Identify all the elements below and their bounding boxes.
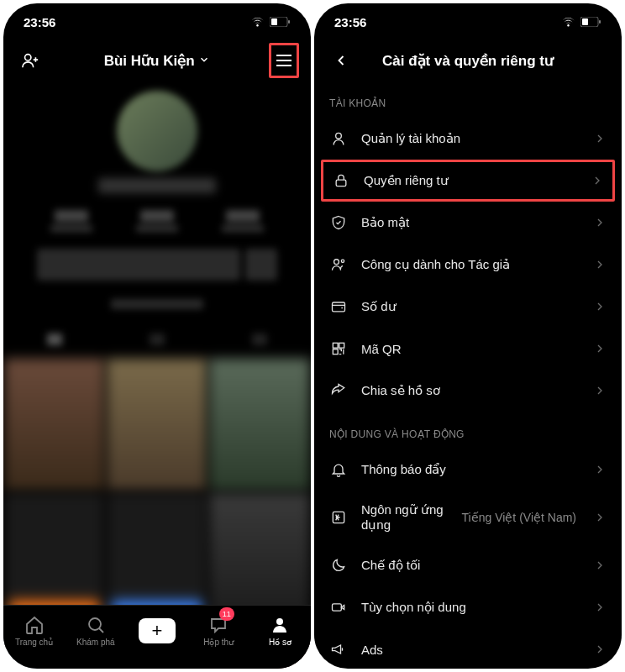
svg-rect-13 <box>333 302 345 312</box>
chevron-right-icon <box>593 384 607 397</box>
add-person-icon <box>21 51 39 70</box>
chevron-left-icon <box>333 52 349 69</box>
language-icon <box>330 509 347 526</box>
status-bar: 23:56 <box>314 3 622 40</box>
tab-liked[interactable] <box>106 321 208 357</box>
avatar[interactable] <box>117 91 197 171</box>
svg-rect-15 <box>339 343 344 348</box>
svg-rect-2 <box>288 20 290 24</box>
settings-privacy[interactable]: Quyền riêng tư <box>321 160 615 202</box>
svg-rect-14 <box>333 343 338 348</box>
video-icon <box>330 599 347 616</box>
back-button[interactable] <box>326 52 356 69</box>
bio-text <box>111 299 203 309</box>
nav-home[interactable]: Trang chủ <box>3 606 65 655</box>
language-value: Tiếng Việt (Việt Nam) <box>462 511 576 524</box>
create-button: + <box>139 618 176 643</box>
svg-rect-1 <box>271 18 277 25</box>
tab-grid[interactable] <box>3 321 106 357</box>
plus-icon: + <box>152 622 163 640</box>
status-time: 23:56 <box>24 15 55 29</box>
settings-list[interactable]: TÀI KHOẢN Quản lý tài khoản Quyền riêng … <box>314 81 622 669</box>
section-account-header: TÀI KHOẢN <box>314 81 622 118</box>
settings-qr[interactable]: Mã QR <box>314 328 622 370</box>
tab-private[interactable] <box>208 321 311 357</box>
stat-likes[interactable] <box>222 210 264 232</box>
username <box>98 178 216 193</box>
stat-following[interactable] <box>50 210 92 232</box>
chevron-right-icon <box>593 511 607 524</box>
inbox-badge: 11 <box>219 607 234 621</box>
settings-push[interactable]: Thông báo đẩy <box>314 449 622 491</box>
svg-point-12 <box>341 260 344 262</box>
stats-row <box>3 200 311 242</box>
share-icon <box>330 382 347 399</box>
section-content-header: NỘI DUNG VÀ HOẠT ĐỘNG <box>314 412 622 449</box>
hamburger-menu-button[interactable] <box>269 43 299 78</box>
bell-icon <box>330 461 347 478</box>
nav-profile[interactable]: Hồ sơ <box>249 606 311 655</box>
person-icon <box>330 130 347 147</box>
nav-discover[interactable]: Khám phá <box>65 606 126 655</box>
chevron-right-icon <box>593 601 607 614</box>
creator-icon <box>330 256 347 273</box>
settings-balance[interactable]: Số dư <box>314 286 622 328</box>
video-thumbnail[interactable] <box>3 358 106 492</box>
shield-icon <box>330 214 347 231</box>
profile-content-blurred <box>3 91 311 669</box>
edit-profile-button[interactable] <box>37 249 240 281</box>
megaphone-icon <box>330 641 347 658</box>
video-thumbnail[interactable] <box>208 358 311 492</box>
settings-ads[interactable]: Ads <box>314 628 622 669</box>
status-indicators <box>250 17 291 27</box>
chevron-right-icon <box>593 463 607 476</box>
content-tabs <box>3 321 311 358</box>
profile-icon <box>270 615 290 635</box>
chevron-right-icon <box>593 132 607 145</box>
svg-rect-8 <box>599 20 601 24</box>
nav-create[interactable]: + <box>126 606 187 655</box>
nav-inbox[interactable]: 11 Hộp thư <box>188 606 249 655</box>
settings-creator-tools[interactable]: Công cụ dành cho Tác giả <box>314 244 622 286</box>
settings-share[interactable]: Chia sẻ hồ sơ <box>314 370 622 412</box>
settings-manage-account[interactable]: Quản lý tài khoản <box>314 118 622 160</box>
svg-rect-10 <box>336 180 346 186</box>
add-friend-button[interactable] <box>15 51 45 70</box>
svg-point-9 <box>336 133 342 139</box>
profile-header: Bùi Hữu Kiện <box>3 40 311 81</box>
lock-icon <box>333 172 349 189</box>
wifi-icon <box>561 17 575 27</box>
chevron-right-icon <box>593 258 607 271</box>
chevron-down-icon <box>198 54 210 66</box>
chevron-right-icon <box>593 300 607 313</box>
profile-screen: 23:56 Bùi Hữu Kiện <box>3 3 311 669</box>
svg-rect-18 <box>333 604 342 611</box>
bottom-nav: Trang chủ Khám phá + 11 Hộp thư Hồ sơ <box>3 605 311 669</box>
status-bar: 23:56 <box>3 3 311 40</box>
svg-point-4 <box>89 618 101 630</box>
profile-name-dropdown[interactable]: Bùi Hữu Kiện <box>3 52 311 70</box>
video-thumbnail[interactable] <box>106 358 208 492</box>
status-time: 23:56 <box>334 15 366 29</box>
qr-icon <box>330 340 347 357</box>
settings-title: Cài đặt và quyền riêng tư <box>314 52 622 70</box>
settings-content-pref[interactable]: Tùy chọn nội dung <box>314 586 622 628</box>
bookmark-button[interactable] <box>245 249 277 281</box>
search-icon <box>86 615 106 635</box>
settings-language[interactable]: Ngôn ngữ ứng dụng Tiếng Việt (Việt Nam) <box>314 491 622 544</box>
battery-icon <box>580 17 601 27</box>
settings-screen: 23:56 Cài đặt và quyền riêng tư TÀI KHOẢ… <box>314 3 622 669</box>
chevron-right-icon <box>593 342 607 355</box>
svg-rect-7 <box>582 18 588 25</box>
moon-icon <box>330 557 347 574</box>
wifi-icon <box>250 17 265 27</box>
svg-point-5 <box>276 618 283 625</box>
settings-dark-mode[interactable]: Chế độ tối <box>314 544 622 586</box>
chevron-right-icon <box>593 559 607 572</box>
stat-followers[interactable] <box>136 210 178 232</box>
settings-security[interactable]: Bảo mật <box>314 202 622 244</box>
home-icon <box>24 615 45 635</box>
svg-point-3 <box>25 55 31 60</box>
profile-buttons <box>3 242 311 287</box>
hamburger-icon <box>276 54 292 67</box>
